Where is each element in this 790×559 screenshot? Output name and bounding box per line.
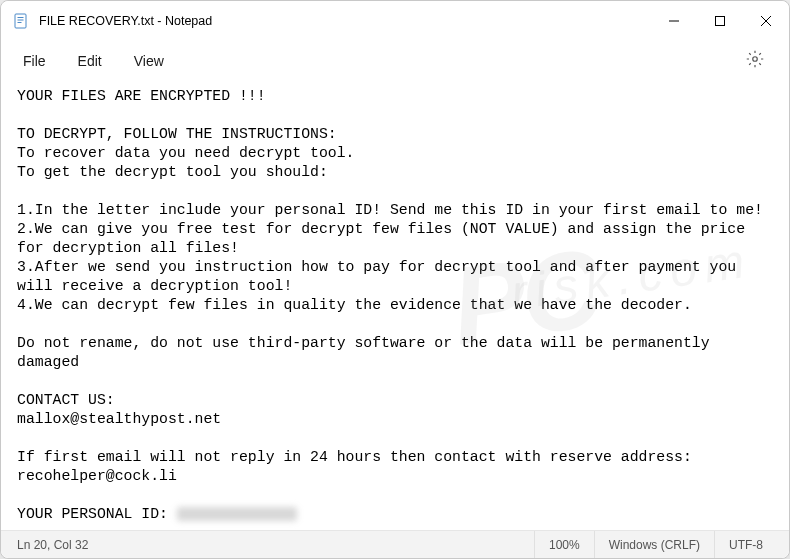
svg-rect-5 bbox=[716, 17, 725, 26]
line: To get the decrypt tool you should: bbox=[17, 164, 328, 180]
line: 3.After we send you instruction how to p… bbox=[17, 259, 745, 294]
line: YOUR FILES ARE ENCRYPTED !!! bbox=[17, 88, 266, 104]
line: mallox@stealthypost.net bbox=[17, 411, 221, 427]
line: 4.We can decrypt few files in quality th… bbox=[17, 297, 692, 313]
line: 2.We can give you free test for decrypt … bbox=[17, 221, 754, 256]
svg-point-8 bbox=[753, 57, 758, 62]
line: CONTACT US: bbox=[17, 392, 115, 408]
menu-file[interactable]: File bbox=[9, 47, 60, 75]
menu-view[interactable]: View bbox=[120, 47, 178, 75]
menubar: File Edit View bbox=[1, 41, 789, 81]
window-title: FILE RECOVERY.txt - Notepad bbox=[39, 14, 651, 28]
line: Do not rename, do not use third-party so… bbox=[17, 335, 719, 370]
statusbar: Ln 20, Col 32 100% Windows (CRLF) UTF-8 bbox=[1, 530, 789, 558]
line: TO DECRYPT, FOLLOW THE INSTRUCTIONS: bbox=[17, 126, 337, 142]
notepad-icon bbox=[13, 13, 29, 29]
status-line-ending: Windows (CRLF) bbox=[595, 531, 715, 558]
close-button[interactable] bbox=[743, 1, 789, 41]
gear-icon bbox=[746, 50, 764, 72]
menu-edit[interactable]: Edit bbox=[64, 47, 116, 75]
text-area[interactable]: YOUR FILES ARE ENCRYPTED !!! TO DECRYPT,… bbox=[1, 81, 789, 530]
status-encoding: UTF-8 bbox=[715, 531, 777, 558]
line: 1.In the letter include your personal ID… bbox=[17, 202, 763, 218]
settings-button[interactable] bbox=[737, 43, 773, 79]
titlebar: FILE RECOVERY.txt - Notepad bbox=[1, 1, 789, 41]
line: YOUR PERSONAL ID: bbox=[17, 506, 177, 522]
redacted-id bbox=[177, 507, 297, 521]
line: To recover data you need decrypt tool. bbox=[17, 145, 354, 161]
status-zoom: 100% bbox=[535, 531, 595, 558]
line: recohelper@cock.li bbox=[17, 468, 177, 484]
minimize-button[interactable] bbox=[651, 1, 697, 41]
window-controls bbox=[651, 1, 789, 41]
line: If first email will not reply in 24 hour… bbox=[17, 449, 692, 465]
maximize-button[interactable] bbox=[697, 1, 743, 41]
notepad-window: FILE RECOVERY.txt - Notepad File Edit Vi… bbox=[0, 0, 790, 559]
status-cursor: Ln 20, Col 32 bbox=[13, 531, 535, 558]
svg-rect-0 bbox=[15, 14, 26, 28]
